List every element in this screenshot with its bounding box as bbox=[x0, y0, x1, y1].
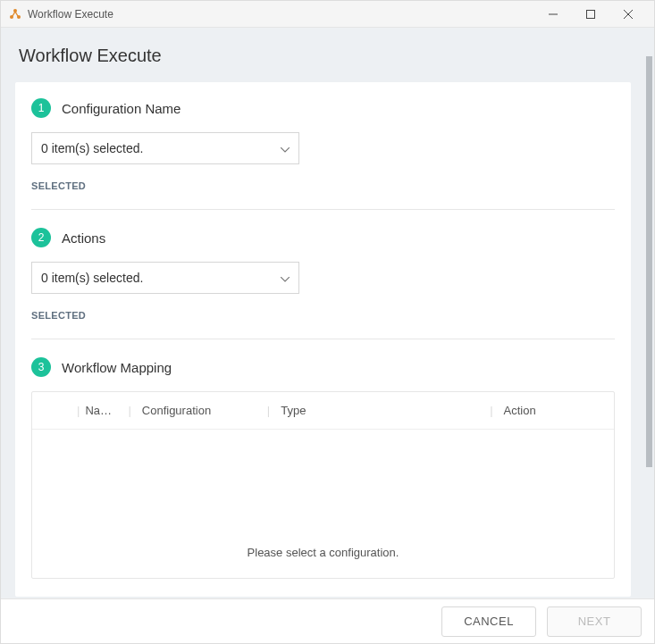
column-header-configuration[interactable]: Configuration bbox=[137, 404, 267, 417]
svg-rect-4 bbox=[587, 10, 595, 18]
section-actions: 2 Actions 0 item(s) selected. SELECTED bbox=[31, 228, 615, 339]
step-badge-2: 2 bbox=[31, 228, 51, 247]
maximize-button[interactable] bbox=[572, 2, 609, 27]
actions-select-value: 0 item(s) selected. bbox=[41, 271, 143, 285]
main-card: 1 Configuration Name 0 item(s) selected.… bbox=[15, 82, 631, 597]
chevron-down-icon bbox=[281, 141, 290, 155]
window-title: Workflow Execute bbox=[28, 8, 534, 21]
content-area: Workflow Execute 1 Configuration Name 0 … bbox=[1, 28, 654, 598]
section-mapping: 3 Workflow Mapping | Na… | Configuration… bbox=[31, 357, 615, 597]
column-header-name[interactable]: Na… bbox=[85, 404, 128, 417]
section-title-actions: Actions bbox=[62, 230, 105, 246]
section-configuration: 1 Configuration Name 0 item(s) selected.… bbox=[31, 98, 615, 209]
column-separator: | bbox=[267, 404, 275, 417]
actions-select[interactable]: 0 item(s) selected. bbox=[31, 262, 299, 294]
minimize-button[interactable] bbox=[534, 2, 572, 27]
column-separator: | bbox=[490, 404, 498, 417]
app-icon bbox=[8, 7, 22, 21]
configuration-selected-label: SELECTED bbox=[31, 180, 615, 191]
section-title-configuration: Configuration Name bbox=[62, 101, 181, 116]
close-button[interactable] bbox=[609, 2, 647, 27]
table-header: | Na… | Configuration | Type | Action bbox=[32, 392, 614, 430]
divider bbox=[31, 209, 615, 210]
mapping-table: | Na… | Configuration | Type | Action Pl… bbox=[31, 391, 615, 579]
section-title-mapping: Workflow Mapping bbox=[62, 360, 172, 375]
cancel-button[interactable]: CANCEL bbox=[441, 606, 536, 637]
next-button[interactable]: NEXT bbox=[547, 606, 642, 637]
window-controls bbox=[534, 2, 647, 27]
scrollbar[interactable] bbox=[646, 56, 652, 467]
configuration-select-value: 0 item(s) selected. bbox=[41, 141, 143, 155]
configuration-select[interactable]: 0 item(s) selected. bbox=[31, 132, 299, 164]
page-title: Workflow Execute bbox=[1, 28, 645, 82]
column-header-action[interactable]: Action bbox=[499, 404, 603, 417]
step-badge-1: 1 bbox=[31, 98, 51, 118]
footer: CANCEL NEXT bbox=[1, 598, 654, 643]
column-header-type[interactable]: Type bbox=[275, 404, 490, 417]
chevron-down-icon bbox=[281, 271, 290, 285]
table-empty-message: Please select a configuration. bbox=[32, 430, 614, 559]
app-window: Workflow Execute Workflow Execute 1 Conf… bbox=[0, 0, 655, 644]
actions-selected-label: SELECTED bbox=[31, 310, 615, 321]
step-badge-3: 3 bbox=[31, 357, 51, 377]
divider bbox=[31, 339, 615, 339]
column-separator: | bbox=[128, 404, 136, 417]
titlebar: Workflow Execute bbox=[1, 1, 654, 28]
column-separator: | bbox=[77, 404, 85, 417]
